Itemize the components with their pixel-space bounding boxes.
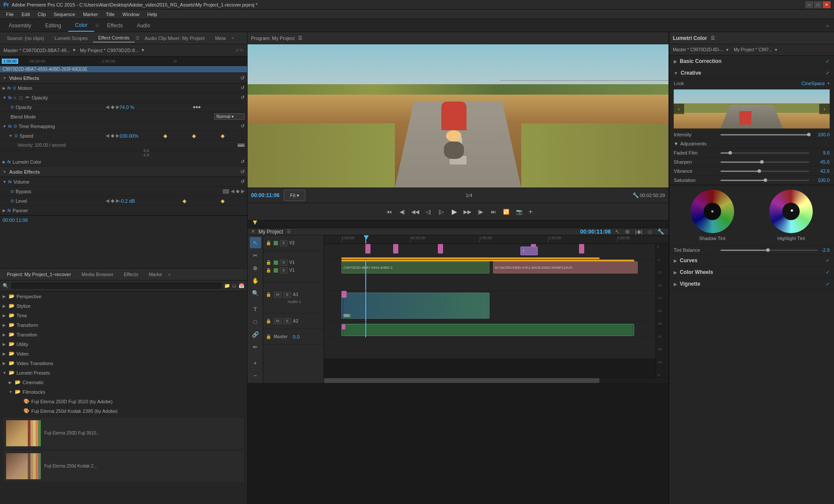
kf-diamond-3[interactable]: ◆ [198,105,201,109]
step-fwd-icon[interactable]: |▶ [475,206,486,217]
tl-snap-icon[interactable]: |◆| [635,228,642,235]
speed-stopwatch[interactable]: ⊙ [14,133,18,138]
lumetri-reset[interactable]: ↺ [241,159,245,165]
v1-sync-btn-2[interactable]: S [280,267,288,273]
faded-film-slider[interactable] [721,152,809,154]
go-out-point-icon[interactable]: |▷ [436,206,447,217]
tab-effects[interactable]: Effects [119,270,143,278]
loop-icon[interactable]: 🔁 [501,206,512,217]
speed-arrow-left[interactable]: ◀ [106,133,109,138]
video-effects-expand-icon[interactable]: ▼ [3,76,7,80]
blend-mode-dropdown[interactable]: Normal ▾ [214,113,245,120]
tool-shape[interactable]: □ [250,316,261,327]
speed-kf-marker3[interactable]: ◆ [221,133,225,139]
tool-select[interactable]: ↖ [250,237,261,248]
lc-seq-dropdown[interactable]: ▾ [775,47,777,52]
creative-section-header[interactable]: ▼ Creative ✓ [669,67,834,79]
motion-expand-arrow[interactable]: ▶ [3,86,6,90]
color-wheels-header[interactable]: ▶ Color Wheels ✓ [669,267,834,278]
tree-cinematic[interactable]: ▶ 📂 Cinematic [0,378,247,387]
tab-media-browser[interactable]: Media Browser [76,270,119,278]
lumetri-menu-icon[interactable]: ☰ [711,35,715,41]
tree-transform[interactable]: ▶ 📂 Transform [0,320,247,330]
play-fwd-icon[interactable]: ▶▶ [462,206,473,217]
step-back-icon[interactable]: ◀| [397,206,408,217]
level-arrow-left[interactable]: ◀ [106,198,109,204]
highlight-tint-wheel[interactable] [769,190,813,233]
tab-assembly[interactable]: Assembly [2,19,38,32]
level-value[interactable]: -0.2 dB [119,198,146,204]
v1-lock-icon[interactable]: 🔒 [266,260,271,265]
level-kf-marker1[interactable]: ◆ [182,198,186,204]
v1-lock-icon-2[interactable]: 🔒 [266,268,271,273]
a2-clip-1[interactable] [341,324,634,336]
ec-source-dropdown[interactable]: ▾ [73,47,76,53]
time-remap-expand[interactable]: ▼ [3,124,7,128]
tool-text[interactable]: T [250,303,261,315]
creative-check-icon[interactable]: ✓ [826,70,830,76]
minimize-button[interactable]: ─ [805,1,813,8]
tab-meta[interactable]: Meta [210,34,231,42]
tab-audio-clip-mixer[interactable]: Audio Clip Mixer: My Project [139,34,210,42]
timeline-close-icon[interactable]: ✕ [251,229,255,234]
v2-visibility-icon[interactable] [274,241,278,245]
highlight-wheel-dot[interactable] [791,209,793,212]
v1-visibility-icon-2[interactable] [274,268,278,273]
vignette-check-icon[interactable]: ✓ [826,281,830,287]
tree-filmstocks[interactable]: ▼ 📂 Filmstocks [0,387,247,397]
faded-film-thumb[interactable] [728,151,732,155]
effect-controls-menu-icon[interactable]: ☰ [136,36,139,40]
program-playhead-bar[interactable] [248,221,669,228]
tab-color[interactable]: Color [68,19,95,32]
program-menu-icon[interactable]: ☰ [298,35,302,41]
opacity-stopwatch-icon[interactable]: ⊙ [10,105,14,109]
close-button[interactable]: ✕ [823,1,831,8]
tint-balance-thumb[interactable] [766,248,770,252]
add-button[interactable]: + [529,208,533,216]
shadow-wheel-dot[interactable] [711,210,714,213]
ec-sequence-dropdown[interactable]: ▾ [142,47,144,53]
speed-kf-marker2[interactable]: ◆ [192,133,196,139]
tab-effects[interactable]: Effects [100,19,129,32]
opacity-expand-arrow[interactable]: ▼ [3,96,7,100]
tool-ripple[interactable]: ⊕ [250,262,261,273]
tool-razor[interactable]: ✂ [250,250,261,261]
audio-effects-reset[interactable]: ↺ [240,169,245,175]
timeline-ruler[interactable]: 1:00:00 00:30:00 1:00:00 1:30:00 [324,235,669,244]
tool-zoom[interactable]: 🔍 [250,287,261,299]
tree-fuji2[interactable]: ▶ 🎨 Fuji Eterna 250d Kodak 2395 (by Adob… [0,406,247,416]
tree-transition[interactable]: ▶ 📂 Transition [0,330,247,339]
calendar-icon[interactable]: 📅 [238,283,245,289]
look-next-button[interactable]: › [819,104,830,114]
filmstock-preview-1[interactable]: Fuji Eterna 250D Fuji 3510... [3,418,244,449]
level-kf-marker2[interactable]: ◆ [221,198,225,204]
vibrance-slider[interactable] [721,171,809,172]
vignette-section[interactable]: ▶ Vignette ✓ [669,278,834,290]
a1-mute-btn[interactable]: M [274,292,281,298]
audio-effects-expand-icon[interactable]: ▼ [3,170,7,174]
a2-solo-btn[interactable]: S [283,318,291,324]
tree-video-transitions[interactable]: ▶ 📂 Video Transitions [0,359,247,368]
menu-title[interactable]: Title [102,11,118,18]
vc-fit-select[interactable]: Fit ▾ [284,190,305,201]
tab-lumetri-scopes[interactable]: Lumetri Scopes [50,34,93,42]
tab-markers[interactable]: Marke [143,270,167,278]
speed-arrow-right[interactable]: ▶ [116,133,119,138]
search-input[interactable] [10,282,222,290]
tree-perspective[interactable]: ▶ 📂 Perspective [0,292,247,301]
bypass-stopwatch[interactable]: ⊙ [10,189,14,194]
sharpen-slider[interactable] [721,161,809,163]
tl-marker-icon[interactable]: ◇ [648,228,652,235]
opacity-arrow-right[interactable]: ▶ [116,104,119,110]
tool-zoom-out[interactable]: − [250,370,261,381]
speed-value[interactable]: 100.00% [119,133,146,138]
tree-stylize[interactable]: ▶ 📂 Stylize [0,301,247,311]
tl-wrench-icon[interactable]: 🔧 [657,228,664,235]
a1-clip-1[interactable]: Ch1 [341,293,490,319]
speed-kf-marker1[interactable]: ◆ [163,133,167,139]
menu-window[interactable]: Window [119,11,143,18]
saturation-thumb[interactable] [764,178,767,182]
look-value[interactable]: CineSpace [801,81,825,86]
tab-source[interactable]: Source: (no clips) [2,34,50,42]
tool-pen[interactable]: ✏ [250,341,261,352]
